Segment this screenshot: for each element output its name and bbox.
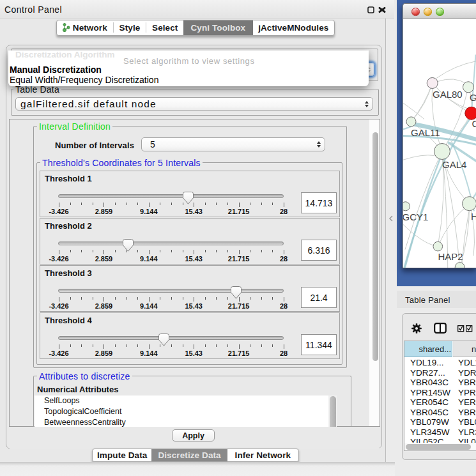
svg-text:HAP2: HAP2: [438, 251, 463, 262]
svg-text:C: C: [472, 118, 476, 129]
svg-text:H: H: [471, 211, 476, 222]
svg-text:GCY1: GCY1: [403, 211, 428, 222]
svg-text:GAL80: GAL80: [433, 89, 463, 100]
svg-text:GA: GA: [470, 92, 476, 103]
svg-text:GAL4: GAL4: [442, 159, 466, 170]
svg-text:GAL11: GAL11: [411, 127, 440, 138]
